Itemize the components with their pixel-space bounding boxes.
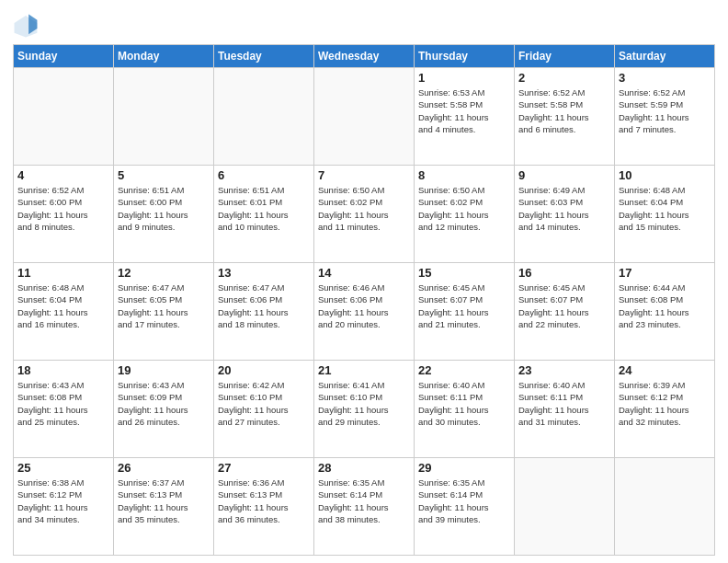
calendar-cell [615, 458, 715, 556]
calendar-cell: 5Sunrise: 6:51 AM Sunset: 6:00 PM Daylig… [114, 166, 214, 263]
header-friday: Friday [515, 45, 615, 68]
week-row-1: 4Sunrise: 6:52 AM Sunset: 6:00 PM Daylig… [14, 166, 715, 263]
day-number: 2 [518, 71, 610, 85]
day-info: Sunrise: 6:50 AM Sunset: 6:02 PM Dayligh… [318, 184, 410, 233]
logo-icon [13, 13, 39, 39]
header-monday: Monday [114, 45, 214, 68]
day-number: 12 [118, 266, 210, 280]
day-number: 11 [17, 266, 109, 280]
calendar-cell: 19Sunrise: 6:43 AM Sunset: 6:09 PM Dayli… [114, 361, 214, 458]
day-info: Sunrise: 6:52 AM Sunset: 5:58 PM Dayligh… [518, 86, 610, 135]
day-number: 4 [17, 168, 109, 182]
calendar-cell: 12Sunrise: 6:47 AM Sunset: 6:05 PM Dayli… [114, 263, 214, 361]
day-info: Sunrise: 6:42 AM Sunset: 6:10 PM Dayligh… [218, 379, 310, 428]
day-number: 21 [318, 363, 410, 377]
week-row-3: 18Sunrise: 6:43 AM Sunset: 6:08 PM Dayli… [14, 361, 715, 458]
day-info: Sunrise: 6:47 AM Sunset: 6:06 PM Dayligh… [218, 282, 310, 330]
day-number: 15 [418, 266, 510, 280]
calendar-cell: 1Sunrise: 6:53 AM Sunset: 5:58 PM Daylig… [415, 68, 515, 166]
day-number: 16 [518, 266, 610, 280]
header-row: SundayMondayTuesdayWednesdayThursdayFrid… [14, 45, 715, 68]
calendar-header: SundayMondayTuesdayWednesdayThursdayFrid… [14, 45, 715, 68]
day-info: Sunrise: 6:43 AM Sunset: 6:08 PM Dayligh… [17, 379, 109, 428]
day-info: Sunrise: 6:43 AM Sunset: 6:09 PM Dayligh… [118, 379, 210, 428]
calendar-cell: 21Sunrise: 6:41 AM Sunset: 6:10 PM Dayli… [314, 361, 415, 458]
week-row-0: 1Sunrise: 6:53 AM Sunset: 5:58 PM Daylig… [14, 68, 715, 166]
calendar-cell: 24Sunrise: 6:39 AM Sunset: 6:12 PM Dayli… [615, 361, 715, 458]
header-saturday: Saturday [615, 45, 715, 68]
calendar-cell [314, 68, 415, 166]
calendar-cell: 16Sunrise: 6:45 AM Sunset: 6:07 PM Dayli… [515, 263, 615, 361]
calendar-cell: 10Sunrise: 6:48 AM Sunset: 6:04 PM Dayli… [615, 166, 715, 263]
calendar-cell: 8Sunrise: 6:50 AM Sunset: 6:02 PM Daylig… [415, 166, 515, 263]
calendar-cell [515, 458, 615, 556]
calendar-cell: 23Sunrise: 6:40 AM Sunset: 6:11 PM Dayli… [515, 361, 615, 458]
day-info: Sunrise: 6:36 AM Sunset: 6:13 PM Dayligh… [218, 477, 310, 525]
top-section [13, 9, 715, 39]
day-info: Sunrise: 6:51 AM Sunset: 6:01 PM Dayligh… [218, 184, 310, 233]
day-info: Sunrise: 6:52 AM Sunset: 6:00 PM Dayligh… [17, 184, 109, 233]
calendar-cell: 17Sunrise: 6:44 AM Sunset: 6:08 PM Dayli… [615, 263, 715, 361]
day-info: Sunrise: 6:48 AM Sunset: 6:04 PM Dayligh… [17, 282, 109, 330]
day-info: Sunrise: 6:51 AM Sunset: 6:00 PM Dayligh… [118, 184, 210, 233]
week-row-4: 25Sunrise: 6:38 AM Sunset: 6:12 PM Dayli… [14, 458, 715, 556]
day-info: Sunrise: 6:37 AM Sunset: 6:13 PM Dayligh… [118, 477, 210, 525]
calendar-cell: 15Sunrise: 6:45 AM Sunset: 6:07 PM Dayli… [415, 263, 515, 361]
calendar-cell: 7Sunrise: 6:50 AM Sunset: 6:02 PM Daylig… [314, 166, 415, 263]
day-number: 9 [518, 168, 610, 182]
day-info: Sunrise: 6:41 AM Sunset: 6:10 PM Dayligh… [318, 379, 410, 428]
header-thursday: Thursday [415, 45, 515, 68]
day-number: 7 [318, 168, 410, 182]
day-info: Sunrise: 6:38 AM Sunset: 6:12 PM Dayligh… [17, 477, 109, 525]
calendar-cell: 11Sunrise: 6:48 AM Sunset: 6:04 PM Dayli… [14, 263, 114, 361]
day-number: 14 [318, 266, 410, 280]
day-info: Sunrise: 6:50 AM Sunset: 6:02 PM Dayligh… [418, 184, 510, 233]
calendar-cell: 22Sunrise: 6:40 AM Sunset: 6:11 PM Dayli… [415, 361, 515, 458]
calendar-cell: 29Sunrise: 6:35 AM Sunset: 6:14 PM Dayli… [415, 458, 515, 556]
calendar-cell: 18Sunrise: 6:43 AM Sunset: 6:08 PM Dayli… [14, 361, 114, 458]
day-info: Sunrise: 6:52 AM Sunset: 5:59 PM Dayligh… [619, 86, 711, 135]
day-info: Sunrise: 6:45 AM Sunset: 6:07 PM Dayligh… [418, 282, 510, 330]
day-number: 23 [518, 363, 610, 377]
calendar-cell: 13Sunrise: 6:47 AM Sunset: 6:06 PM Dayli… [214, 263, 314, 361]
calendar-cell: 14Sunrise: 6:46 AM Sunset: 6:06 PM Dayli… [314, 263, 415, 361]
calendar-cell: 3Sunrise: 6:52 AM Sunset: 5:59 PM Daylig… [615, 68, 715, 166]
day-number: 13 [218, 266, 310, 280]
day-number: 20 [218, 363, 310, 377]
day-number: 24 [619, 363, 711, 377]
day-info: Sunrise: 6:40 AM Sunset: 6:11 PM Dayligh… [518, 379, 610, 428]
calendar-cell: 4Sunrise: 6:52 AM Sunset: 6:00 PM Daylig… [14, 166, 114, 263]
day-number: 27 [218, 461, 310, 475]
day-info: Sunrise: 6:44 AM Sunset: 6:08 PM Dayligh… [619, 282, 711, 330]
day-info: Sunrise: 6:47 AM Sunset: 6:05 PM Dayligh… [118, 282, 210, 330]
day-info: Sunrise: 6:46 AM Sunset: 6:06 PM Dayligh… [318, 282, 410, 330]
calendar-cell [114, 68, 214, 166]
calendar-cell: 25Sunrise: 6:38 AM Sunset: 6:12 PM Dayli… [14, 458, 114, 556]
day-number: 1 [418, 71, 510, 85]
day-number: 28 [318, 461, 410, 475]
day-number: 26 [118, 461, 210, 475]
day-number: 6 [218, 168, 310, 182]
calendar-cell: 9Sunrise: 6:49 AM Sunset: 6:03 PM Daylig… [515, 166, 615, 263]
day-info: Sunrise: 6:35 AM Sunset: 6:14 PM Dayligh… [418, 477, 510, 525]
day-number: 5 [118, 168, 210, 182]
page: SundayMondayTuesdayWednesdayThursdayFrid… [0, 0, 728, 563]
day-info: Sunrise: 6:48 AM Sunset: 6:04 PM Dayligh… [619, 184, 711, 233]
calendar-cell: 26Sunrise: 6:37 AM Sunset: 6:13 PM Dayli… [114, 458, 214, 556]
header-sunday: Sunday [14, 45, 114, 68]
header-wednesday: Wednesday [314, 45, 415, 68]
calendar-cell: 2Sunrise: 6:52 AM Sunset: 5:58 PM Daylig… [515, 68, 615, 166]
day-number: 29 [418, 461, 510, 475]
day-info: Sunrise: 6:35 AM Sunset: 6:14 PM Dayligh… [318, 477, 410, 525]
day-number: 10 [619, 168, 711, 182]
day-info: Sunrise: 6:40 AM Sunset: 6:11 PM Dayligh… [418, 379, 510, 428]
day-info: Sunrise: 6:39 AM Sunset: 6:12 PM Dayligh… [619, 379, 711, 428]
logo [13, 13, 42, 39]
day-number: 18 [17, 363, 109, 377]
day-number: 19 [118, 363, 210, 377]
day-info: Sunrise: 6:49 AM Sunset: 6:03 PM Dayligh… [518, 184, 610, 233]
day-number: 3 [619, 71, 711, 85]
day-info: Sunrise: 6:53 AM Sunset: 5:58 PM Dayligh… [418, 86, 510, 135]
calendar-cell: 6Sunrise: 6:51 AM Sunset: 6:01 PM Daylig… [214, 166, 314, 263]
header-tuesday: Tuesday [214, 45, 314, 68]
